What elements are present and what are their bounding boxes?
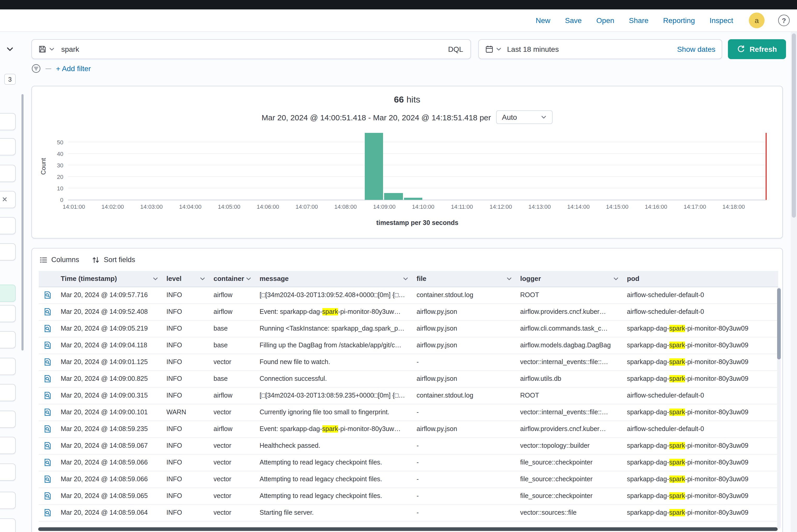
expand-document-button[interactable]: [39, 354, 57, 370]
header-logger[interactable]: logger: [516, 271, 623, 287]
collapse-sidebar-button[interactable]: [6, 43, 17, 55]
sidebar-scrollbar[interactable]: [21, 94, 23, 350]
cell-text: Event: sparkapp-dag-: [260, 425, 322, 433]
expand-document-button[interactable]: [39, 303, 57, 320]
field-item[interactable]: [0, 437, 16, 454]
expand-document-button[interactable]: [39, 370, 57, 387]
pod-cell: sparkapp-dag-spark-pi-monitor-80y3uw09: [623, 471, 778, 488]
field-item[interactable]: [0, 217, 16, 234]
table-horizontal-scrollbar[interactable]: [38, 527, 778, 531]
header-time-label: Time (timestamp): [61, 275, 117, 283]
header-container[interactable]: container: [209, 271, 255, 287]
log-row: Mar 20, 2024 @ 14:09:00.825INFObaseConne…: [39, 370, 778, 387]
field-item[interactable]: [0, 384, 16, 401]
header-pod[interactable]: pod: [623, 271, 778, 287]
field-item[interactable]: [0, 411, 16, 428]
y-tick-label: 30: [57, 162, 63, 168]
time-cell: Mar 20, 2024 @ 14:08:59.064: [57, 504, 162, 521]
field-item[interactable]: [0, 165, 16, 182]
interval-select[interactable]: Auto: [496, 110, 553, 124]
expand-document-button[interactable]: [39, 488, 57, 504]
nav-inspect[interactable]: Inspect: [710, 16, 733, 24]
table-vertical-scrollbar[interactable]: [777, 288, 781, 359]
expand-document-button[interactable]: [39, 404, 57, 421]
cell-text: Found new file to watch.: [260, 358, 330, 366]
inspect-document-icon: [43, 358, 52, 366]
file-cell: airflow.py.json: [412, 370, 516, 387]
search-query-input[interactable]: [60, 44, 442, 54]
avatar-letter: a: [755, 16, 759, 24]
field-item[interactable]: [0, 492, 16, 509]
pod-cell: sparkapp-dag-spark-pi-monitor-80y3uw09: [623, 370, 778, 387]
show-dates-link[interactable]: Show dates: [677, 45, 715, 53]
log-row: Mar 20, 2024 @ 14:09:05.219INFObaseRunni…: [39, 320, 778, 337]
expand-document-button[interactable]: [39, 471, 57, 488]
expand-document-button[interactable]: [39, 454, 57, 471]
container-cell: vector: [209, 437, 255, 454]
x-tick-label: 14:15:00: [606, 204, 629, 210]
expand-document-button[interactable]: [39, 437, 57, 454]
expand-document-button[interactable]: [39, 421, 57, 437]
field-item[interactable]: [0, 358, 16, 375]
x-tick-label: 14:10:00: [412, 204, 434, 210]
logger-cell: ROOT: [516, 287, 623, 303]
cell-text: -pi-monitor-80y3uw09: [685, 459, 748, 466]
inspect-document-icon: [43, 492, 52, 500]
cell-text: Running <TaskInstance: sparkapp_dag.spar…: [260, 325, 405, 332]
field-item-selected[interactable]: [0, 285, 16, 302]
expand-document-button[interactable]: [39, 504, 57, 521]
field-item[interactable]: [0, 463, 16, 481]
cell-text: sparkapp-dag-: [627, 442, 669, 449]
saved-query-menu-button[interactable]: [38, 45, 55, 53]
chevron-down-icon: [199, 276, 206, 282]
chevron-down-icon: [49, 46, 55, 52]
expand-document-button[interactable]: [39, 337, 57, 354]
x-tick-label: 14:01:00: [62, 204, 85, 210]
level-cell: WARN: [162, 404, 209, 421]
documents-table-panel: Columns Sort fields Time (timestamp) lev…: [32, 248, 783, 532]
header-file[interactable]: file: [412, 271, 516, 287]
refresh-button[interactable]: Refresh: [728, 39, 786, 59]
histogram-bar: [404, 197, 422, 200]
cell-text: -pi-monitor-80y3uw09: [685, 342, 748, 349]
date-picker-menu-button[interactable]: [485, 45, 502, 53]
remove-field-icon[interactable]: [2, 196, 8, 203]
time-range-label[interactable]: Last 18 minutes: [507, 45, 559, 53]
header-level[interactable]: level: [162, 271, 209, 287]
time-cell: Mar 20, 2024 @ 14:09:04.118: [57, 337, 162, 354]
query-language-button[interactable]: DQL: [447, 45, 464, 53]
x-tick-label: 14:05:00: [218, 204, 240, 210]
nav-reporting[interactable]: Reporting: [663, 16, 695, 24]
expand-document-button[interactable]: [39, 287, 57, 303]
header-time[interactable]: Time (timestamp): [57, 271, 162, 287]
nav-new[interactable]: New: [536, 16, 550, 24]
field-item[interactable]: [0, 518, 16, 532]
nav-share[interactable]: Share: [629, 16, 649, 24]
logger-cell: airflow.utils.db: [516, 370, 623, 387]
page-scrollbar[interactable]: [792, 34, 796, 217]
field-item[interactable]: [0, 331, 16, 348]
pod-cell: sparkapp-dag-spark-pi-monitor-80y3uw09: [623, 437, 778, 454]
field-item[interactable]: [0, 191, 16, 208]
log-row: Mar 20, 2024 @ 14:09:57.716INFOairflow[□…: [39, 287, 778, 303]
field-item[interactable]: [0, 305, 16, 322]
nav-save[interactable]: Save: [565, 16, 582, 24]
pod-cell: sparkapp-dag-spark-pi-monitor-80y3uw09: [623, 504, 778, 521]
field-item[interactable]: [0, 243, 16, 261]
expand-document-button[interactable]: [39, 320, 57, 337]
filter-icon[interactable]: [32, 64, 41, 73]
columns-button[interactable]: Columns: [39, 255, 79, 264]
field-item[interactable]: [0, 138, 16, 155]
filter-separator: [45, 68, 51, 69]
message-cell: Filling up the DagBag from /stackable/ap…: [255, 337, 412, 354]
help-icon[interactable]: ?: [778, 15, 790, 26]
sort-fields-button[interactable]: Sort fields: [92, 255, 135, 264]
add-filter-link[interactable]: + Add filter: [56, 64, 91, 73]
cell-text: Starting file server.: [260, 509, 314, 516]
user-avatar[interactable]: a: [749, 13, 764, 28]
expand-document-button[interactable]: [39, 387, 57, 404]
field-item[interactable]: [0, 113, 16, 130]
header-message[interactable]: message: [255, 271, 412, 287]
inspect-document-icon: [43, 291, 52, 299]
nav-open[interactable]: Open: [596, 16, 614, 24]
